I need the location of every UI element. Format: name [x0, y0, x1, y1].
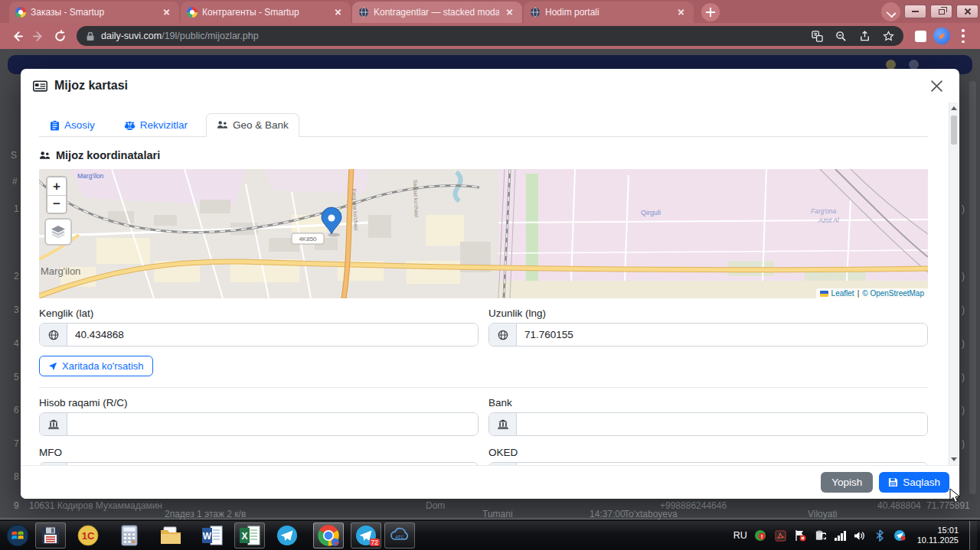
taskbar-floppy-app[interactable] [35, 522, 66, 548]
sync-tray-icon[interactable] [814, 529, 827, 542]
bg-paren: ) [962, 271, 965, 282]
zoom-out-button[interactable]: − [47, 195, 66, 213]
forward-button[interactable] [28, 25, 49, 47]
globe-favicon [358, 7, 369, 18]
map-layers-button[interactable] [44, 218, 72, 246]
tab-close-icon[interactable] [161, 6, 173, 18]
taskbar-word-app[interactable]: W [197, 522, 227, 548]
bank-field-group: Bank [488, 397, 928, 436]
close-window-button[interactable] [956, 5, 978, 18]
start-button[interactable] [5, 522, 31, 548]
bluetooth-icon[interactable] [874, 529, 887, 542]
back-button[interactable] [6, 25, 28, 47]
show-desktop-button[interactable] [969, 521, 977, 550]
svg-text:!: ! [761, 533, 763, 540]
tab-asosiy[interactable]: Asosiy [39, 113, 106, 137]
bg-paren: ) [962, 438, 965, 449]
messenger-tray-icon[interactable] [893, 529, 906, 542]
profile-avatar[interactable] [931, 25, 952, 47]
minimize-icon [912, 11, 919, 12]
svg-text:ATC: ATC [395, 535, 404, 539]
taskbar-calculator-app[interactable] [114, 522, 145, 548]
taskbar-telegram2-app[interactable]: 72 [351, 522, 381, 548]
url-path: /19l/public/mijozlar.php [162, 31, 258, 41]
osm-link[interactable]: © OpenStreetMap [862, 289, 924, 298]
map-canvas[interactable]: 4K850 Marg'ilon Marg'ilon Qirguli Farg'o… [39, 169, 928, 298]
bg-row-num: 7 [14, 438, 19, 449]
tab-kontragentlar-active[interactable]: Kontragentlar — stacked modal ( [352, 2, 522, 23]
scrollbar-thumb[interactable] [951, 116, 957, 145]
antivirus-tray-icon[interactable]: ! [754, 529, 767, 542]
map-label-city: Marg'ilon [41, 265, 80, 277]
reload-button[interactable] [49, 25, 70, 47]
tab-close-icon[interactable] [675, 6, 688, 18]
new-tab-button[interactable] [701, 3, 720, 21]
minimize-button[interactable] [904, 5, 926, 18]
bg-row-num: 5 [14, 372, 19, 382]
taskbar-1c-app[interactable]: 1С [73, 522, 103, 548]
scroll-down-icon[interactable] [949, 454, 959, 464]
pdf-tray-icon[interactable] [774, 529, 787, 542]
action-center-flag-icon[interactable] [794, 529, 807, 542]
taskbar-clock[interactable]: 15:01 10.11.2025 [917, 526, 959, 546]
account-label: Hisob raqami (R/C) [39, 397, 479, 408]
taskbar-chrome-app[interactable] [313, 522, 344, 548]
tab-rekvizitlar[interactable]: Rekvizitlar [113, 113, 198, 137]
map-label-plant2: Azot Al [818, 216, 840, 224]
tab-hodim-portali[interactable]: Hodim portali [524, 2, 694, 23]
scroll-up-icon[interactable] [949, 103, 959, 113]
folder-icon [159, 526, 182, 545]
account-input[interactable] [67, 413, 478, 435]
bg-cell: 9 [14, 500, 19, 511]
zoom-out-icon[interactable] [835, 31, 847, 42]
map-label-plant1: Farg'ona [811, 207, 837, 215]
restore-button[interactable] [930, 5, 952, 18]
zoom-in-button[interactable]: + [47, 177, 66, 195]
address-bar[interactable]: daily-suvi.com/19l/public/mijozlar.php [77, 26, 903, 46]
volume-icon[interactable] [854, 529, 867, 542]
tab-close-icon[interactable] [504, 6, 516, 18]
bank-input[interactable] [517, 413, 927, 435]
leaflet-link[interactable]: Leaflet [831, 289, 854, 298]
modal-scrollbar[interactable] [949, 103, 959, 465]
account-field-group: Hisob raqami (R/C) [39, 397, 479, 436]
extension-button[interactable] [910, 25, 931, 47]
bg-cell: 10631 Кодиров Мухаммадамин [29, 500, 162, 511]
lat-input[interactable] [67, 324, 478, 346]
mfo-field-group: MFO [39, 447, 479, 465]
globe-icon [489, 324, 517, 346]
tab-zakazy[interactable]: Заказы - Smartup [9, 2, 179, 23]
map-zoom-control: + − [46, 176, 67, 214]
lng-field-group: Uzunlik (lng) [488, 308, 928, 347]
bookmark-star-icon[interactable] [883, 31, 894, 42]
url-host: daily-suvi.com [101, 31, 162, 41]
leaflet-map[interactable]: 4K850 Marg'ilon Marg'ilon Qirguli Farg'o… [39, 169, 928, 298]
taskbar-cloud-app[interactable]: ATC [384, 522, 415, 548]
users-map-icon [39, 151, 51, 161]
taskbar-excel-app[interactable]: X [234, 522, 265, 548]
smartup-favicon [187, 7, 198, 18]
taskbar-telegram-app[interactable] [272, 522, 302, 548]
share-icon[interactable] [859, 31, 871, 42]
bg-paren: ) [962, 405, 965, 415]
menu-button[interactable] [952, 25, 974, 47]
language-indicator[interactable]: RU [733, 530, 747, 541]
lng-input[interactable] [517, 324, 927, 346]
balance-scale-icon [124, 120, 136, 131]
modal-close-button[interactable] [926, 75, 947, 96]
cloud-app-icon: ATC [388, 526, 411, 545]
lat-label: Kenglik (lat) [39, 308, 479, 319]
browser-toolbar: daily-suvi.com/19l/public/mijozlar.php [0, 23, 980, 49]
yopish-button[interactable]: Yopish [821, 472, 873, 493]
system-tray: RU ! [733, 521, 978, 550]
taskbar-explorer-app[interactable] [155, 522, 186, 548]
translate-icon[interactable] [812, 31, 823, 42]
tab-close-icon[interactable] [332, 6, 345, 18]
show-on-map-button[interactable]: Xaritada ko'rsatish [39, 356, 153, 376]
tab-kontragenty[interactable]: Контрагенты - Smartup [181, 2, 351, 23]
url-text: daily-suvi.com/19l/public/mijozlar.php [101, 31, 259, 41]
network-signal-icon[interactable] [834, 529, 847, 542]
saqlash-button[interactable]: Saqlash [879, 472, 949, 493]
tab-search-chevron-icon[interactable] [881, 2, 900, 21]
tab-geo-bank[interactable]: Geo & Bank [206, 113, 299, 137]
